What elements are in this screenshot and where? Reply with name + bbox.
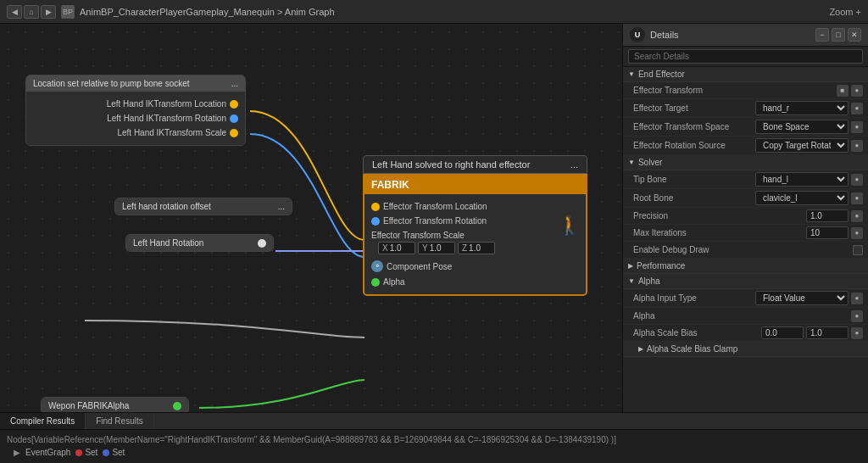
alpha-input-type-pin[interactable]: ● (851, 293, 863, 304)
section-solver[interactable]: ▼ Solver (623, 155, 868, 170)
max-iterations-pin[interactable]: ● (851, 227, 863, 239)
nav-buttons: ◀ ⌂ ▶ (7, 5, 56, 19)
section-end-effector[interactable]: ▼ End Effector (623, 67, 868, 82)
pin-dot-alpha (371, 278, 380, 287)
transform-space-pin[interactable]: ● (851, 121, 863, 133)
precision-pin[interactable]: ● (851, 210, 863, 222)
pin-dot-blue-rotation (230, 114, 238, 123)
zoom-level[interactable]: Zoom + (829, 7, 861, 17)
details-window-minimize[interactable]: − (815, 28, 829, 42)
rotation-offset-header: Left hand rotation offset ... (115, 198, 292, 215)
search-input[interactable] (628, 49, 863, 64)
prop-max-iterations: Max Iterations ● (623, 225, 868, 242)
tip-bone-pin[interactable]: ● (851, 174, 863, 186)
search-bar (623, 47, 868, 67)
fabrik-title: FABRIK (371, 179, 409, 191)
precision-input[interactable] (806, 209, 849, 222)
max-iterations-input[interactable] (806, 226, 849, 239)
nav-forward-button[interactable]: ▶ (41, 5, 56, 19)
left-hand-rotation-node[interactable]: Left Hand Rotation (125, 234, 274, 252)
pin-effector-rotation: Effector Transform Rotation (364, 214, 586, 228)
tab-compiler-results[interactable]: Compiler Results (0, 413, 86, 429)
title-bar-icon: BP (61, 5, 75, 19)
rotation-source-pin[interactable]: ● (851, 140, 863, 152)
alpha-scale-bias-input2[interactable] (806, 326, 849, 339)
details-content: ▼ End Effector Effector Transform ■ ● Ef… (623, 67, 868, 412)
scale-input-z[interactable]: Z 1.0 (458, 242, 495, 254)
ue-logo: U (630, 27, 645, 42)
fabrik-body: Effector Transform Location Effector Tra… (364, 194, 586, 294)
debug-draw-checkbox[interactable] (853, 245, 863, 255)
section-solver-label: Solver (638, 158, 662, 167)
pin-rotation: Left Hand IKTransform Rotation (26, 111, 245, 126)
person-icon: ⚬ (371, 260, 383, 272)
prop-tip-bone: Tip Bone hand_l ● (623, 170, 868, 189)
prop-precision: Precision ● (623, 208, 868, 225)
effector-transform-space-select[interactable]: Bone Space (755, 120, 849, 134)
canvas-area[interactable]: Location set relative to pump bone socke… (0, 24, 622, 412)
root-bone-pin[interactable]: ● (851, 192, 863, 204)
pin-scale: Left Hand IKTransform Scale (26, 126, 245, 140)
pin-location: Left Hand IKTransform Location (26, 97, 245, 111)
effector-rotation-source-select[interactable]: Copy Target Rotation... (755, 138, 849, 153)
section-performance[interactable]: ▶ Performance (623, 259, 868, 274)
fabrik-outer: Left Hand solved to right hand effector … (363, 155, 587, 296)
pin-dot-effector-rot (371, 217, 380, 226)
rotation-offset-node[interactable]: Left hand rotation offset ... (114, 198, 292, 215)
event-item-2-label: Set (112, 448, 125, 457)
fabrik-node[interactable]: FABRIK 🚶 Effector Transform Location Eff… (363, 174, 587, 296)
nav-home-button[interactable]: ⌂ (24, 5, 39, 19)
effector-transform-icon[interactable]: ■ (837, 85, 849, 97)
location-node-header: Location set relative to pump bone socke… (26, 75, 245, 92)
alpha-pin[interactable]: ● (851, 310, 863, 322)
rotation-offset-title: Left hand rotation offset (122, 202, 211, 211)
pin-dot-yellow-scale (230, 129, 238, 137)
effector-target-select[interactable]: hand_r (755, 101, 849, 115)
details-header-icons: − □ ✕ (815, 28, 861, 42)
breadcrumb: AnimBP_CharacterPlayerGameplay_Manequin … (80, 7, 824, 17)
solved-title: Left Hand solved to right hand effector (372, 159, 530, 170)
alpha-scale-bias-pin[interactable]: ● (851, 327, 863, 339)
log-text: Nodes[VariableReference(MemberName="Righ… (7, 433, 861, 446)
pin-dot-green-weapon (173, 402, 181, 410)
tip-bone-select[interactable]: hand_l (755, 172, 849, 187)
prop-alpha-input-type: Alpha Input Type Float Value ● (623, 289, 868, 308)
tab-find-results-label: Find Results (96, 416, 143, 426)
prop-alpha: Alpha ● (623, 308, 868, 325)
location-node[interactable]: Location set relative to pump bone socke… (25, 75, 246, 146)
alpha-scale-bias-input1[interactable] (761, 326, 804, 339)
pin-dot-white-rotation (258, 239, 266, 248)
bottom-content: Nodes[VariableReference(MemberName="Righ… (0, 430, 868, 463)
prop-effector-rotation-source: Effector Rotation Source Copy Target Rot… (623, 137, 868, 155)
pin-dot-effector-loc (371, 203, 380, 211)
details-window-restore[interactable]: □ (832, 28, 845, 42)
left-hand-rotation-header: Left Hand Rotation (126, 235, 273, 251)
scale-input-y[interactable]: Y 1.0 (418, 242, 455, 254)
event-graph-name: EventGraph (25, 448, 70, 457)
root-bone-select[interactable]: clavicle_l (755, 191, 849, 205)
tab-find-results[interactable]: Find Results (86, 413, 154, 429)
scale-input-x[interactable]: X 1.0 (378, 242, 415, 254)
details-title: Details (650, 30, 679, 40)
details-window-close[interactable]: ✕ (848, 28, 861, 42)
pin-component-pose: ⚬ Component Pose (364, 258, 586, 275)
fabrik-header: FABRIK 🚶 (364, 176, 586, 194)
location-node-title: Location set relative to pump bone socke… (33, 79, 190, 88)
effector-target-pin[interactable]: ● (851, 103, 863, 114)
weapon-node-title: Wepon FABRIKAlpha (48, 401, 129, 410)
section-alpha[interactable]: ▼ Alpha (623, 274, 868, 289)
bottom-tabs: Compiler Results Find Results (0, 413, 868, 430)
effector-transform-pin[interactable]: ● (851, 85, 863, 97)
left-hand-rotation-title: Left Hand Rotation (133, 238, 203, 248)
weapon-node[interactable]: Wepon FABRIKAlpha (41, 397, 189, 412)
event-graph-label: ▶ (14, 448, 20, 457)
section-end-effector-label: End Effector (638, 70, 685, 79)
section-alpha-scale-bias-clamp[interactable]: ▶ Alpha Scale Bias Clamp (623, 342, 868, 357)
nav-back-button[interactable]: ◀ (7, 5, 22, 19)
title-bar: ◀ ⌂ ▶ BP AnimBP_CharacterPlayerGameplay_… (0, 0, 868, 24)
alpha-input-type-select[interactable]: Float Value (755, 291, 849, 305)
pin-effector-location: Effector Transform Location (364, 199, 586, 214)
bottom-area: Compiler Results Find Results Nodes[Vari… (0, 412, 868, 463)
section-performance-label: Performance (637, 261, 685, 271)
section-alpha-label: Alpha (638, 276, 660, 286)
